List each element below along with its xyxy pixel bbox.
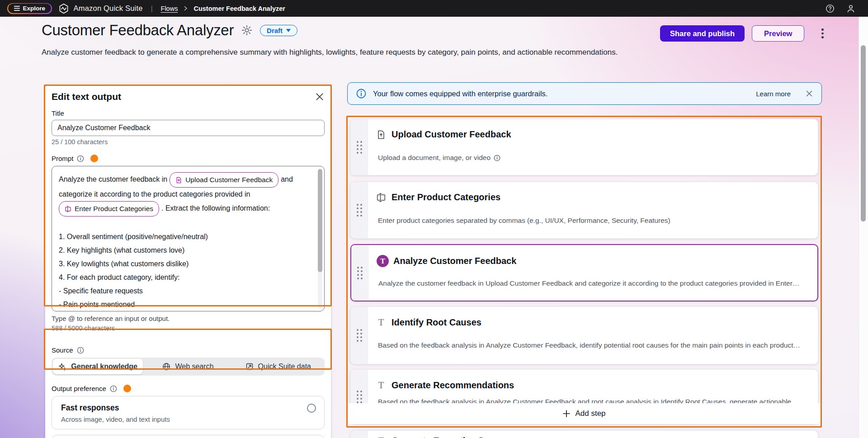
sparkle-icon — [58, 363, 66, 371]
text-step-icon: T — [376, 317, 386, 328]
text-step-icon: T — [376, 435, 386, 438]
page-header: Customer Feedback Analyzer Draft — [42, 22, 297, 39]
prompt-line: categorize it according to the product c… — [59, 188, 311, 201]
upload-file-icon — [376, 130, 386, 140]
step-card-analyze-customer-feedback[interactable]: T Analyze Customer Feedback Analyze the … — [350, 244, 818, 301]
prompt-hint: Type @ to reference an input or output. — [52, 315, 325, 322]
drag-handle-icon[interactable] — [357, 267, 363, 279]
prompt-scrollbar-thumb[interactable] — [318, 169, 322, 272]
step-title: Generate Executive S — [392, 436, 484, 438]
help-icon[interactable] — [826, 4, 835, 13]
step-card-enter-product-categories[interactable]: Enter Product Categories Enter product c… — [350, 182, 818, 239]
status-label: Draft — [267, 27, 283, 34]
globe-icon — [162, 363, 170, 371]
prompt-blank-line — [59, 217, 311, 230]
option-subtitle: Across image, video, and text inputs — [61, 415, 315, 423]
explore-button-inner[interactable]: Explore — [8, 4, 52, 13]
banner-message: Your flow comes equipped with enterprise… — [373, 89, 547, 98]
breadcrumb-flows-link[interactable]: Flows — [161, 5, 178, 12]
card-drag-strip — [351, 431, 368, 438]
prompt-line: 1. Overall sentiment (positive/negative/… — [59, 230, 311, 244]
drag-handle-icon[interactable] — [357, 141, 362, 154]
breadcrumb-current: Customer Feedback Analyzer — [193, 5, 285, 12]
prompt-line: 4. For each product category, identify: — [59, 271, 311, 284]
breadcrumb-separator: | — [151, 5, 153, 12]
step-title: Generate Recommendations — [392, 380, 514, 391]
edit-text-output-panel: Edit text output Title 25 / 100 characte… — [45, 84, 331, 438]
explore-label: Explore — [23, 5, 46, 12]
brand-home-link[interactable]: Amazon Quick Suite — [58, 3, 143, 14]
share-and-publish-button[interactable]: Share and publish — [660, 25, 745, 42]
plus-icon — [562, 410, 571, 418]
drag-handle-icon[interactable] — [357, 329, 362, 342]
flow-description: Analyze customer feedback to generate a … — [42, 48, 670, 57]
topbar-actions — [826, 4, 855, 13]
title-counter: 25 / 100 characters — [52, 138, 325, 146]
text-step-icon: T — [376, 380, 386, 391]
prompt-editor[interactable]: Analyze the customer feedback inUpload C… — [52, 166, 325, 311]
step-title: Upload Customer Feedback — [392, 129, 511, 140]
step-card-upload-customer-feedback[interactable]: Upload Customer Feedback Upload a docume… — [350, 119, 818, 175]
source-segmented-control: General knowledge Web search Quick Suite… — [52, 358, 325, 376]
text-input-icon — [65, 206, 71, 212]
title-input[interactable] — [52, 120, 325, 136]
source-tab-web-search[interactable]: Web search — [143, 359, 233, 374]
reference-chip-upload[interactable]: Upload Customer Feedback — [170, 172, 278, 188]
prompt-line: - Specific feature requests — [59, 284, 311, 298]
user-icon[interactable] — [846, 4, 855, 13]
banner-close-icon[interactable] — [805, 89, 813, 98]
close-icon[interactable] — [315, 92, 325, 102]
step-subtitle: Enter product categories separated by co… — [378, 217, 805, 225]
prompt-line: Analyze the customer feedback inUpload C… — [59, 172, 311, 188]
step-subtitle: Upload a document, image, or video — [378, 154, 805, 162]
info-icon[interactable] — [110, 385, 117, 392]
step-card-identify-root-causes[interactable]: T Identify Root Causes Based on the feed… — [350, 306, 818, 364]
title-field-label: Title — [52, 109, 325, 117]
explore-button[interactable]: Explore — [7, 3, 52, 14]
prompt-line: - Pain points mentioned — [59, 298, 311, 311]
preview-button[interactable]: Preview — [752, 25, 804, 42]
info-icon[interactable] — [77, 155, 84, 162]
header-actions: Share and publish Preview — [660, 25, 826, 42]
brand-name: Amazon Quick Suite — [74, 4, 143, 13]
chevron-right-icon — [183, 6, 188, 11]
upload-file-icon — [175, 177, 182, 184]
drag-handle-icon[interactable] — [357, 204, 362, 217]
reference-chip-categories[interactable]: Enter Product Categories — [59, 201, 159, 217]
source-tab-quick-suite-data[interactable]: Quick Suite data — [233, 359, 323, 374]
guardrails-banner: Your flow comes equipped with enterprise… — [347, 82, 822, 105]
drag-handle-icon[interactable] — [357, 391, 362, 403]
quick-suite-logo-icon — [58, 3, 69, 14]
prompt-line: Enter Product Categories. Extract the fo… — [59, 201, 311, 217]
radio-unselected[interactable] — [307, 404, 316, 413]
breadcrumb: Flows Customer Feedback Analyzer — [161, 5, 285, 12]
info-icon[interactable] — [77, 347, 84, 354]
page-title: Customer Feedback Analyzer — [42, 22, 234, 39]
caret-down-icon — [286, 29, 291, 32]
gear-icon[interactable] — [241, 24, 253, 36]
add-step-button[interactable]: Add step — [348, 403, 821, 424]
output-option-versatility[interactable]: Versatility and performance — [52, 435, 325, 438]
output-option-fast-responses[interactable]: Fast responses Across image, video, and … — [52, 396, 325, 429]
step-card-generate-executive-summary[interactable]: T Generate Executive S — [350, 430, 818, 438]
step-title: Analyze Customer Feedback — [393, 256, 516, 266]
prompt-counter: 588 / 5000 characters — [52, 325, 325, 332]
prompt-line: 2. Key highlights (what customers love) — [59, 244, 311, 257]
info-icon[interactable] — [494, 155, 500, 161]
top-bar: Explore Amazon Quick Suite | Flows Custo… — [0, 0, 868, 17]
kebab-menu-icon[interactable] — [820, 27, 826, 40]
quick-suite-data-icon — [245, 363, 254, 371]
page-scrollbar-thumb[interactable] — [861, 45, 866, 221]
option-title: Fast responses — [61, 403, 315, 413]
source-tab-general-knowledge[interactable]: General knowledge — [53, 359, 143, 374]
learn-more-link[interactable]: Learn more — [756, 90, 791, 98]
panel-title: Edit text output — [52, 91, 121, 102]
output-preference-label: Output preference — [52, 385, 325, 392]
status-badge-draft[interactable]: Draft — [260, 25, 297, 36]
text-input-icon — [376, 193, 386, 203]
step-subtitle: Based on the feedback analysis in Analyz… — [378, 341, 805, 349]
annotation-dot — [123, 385, 131, 392]
add-step-label: Add step — [575, 409, 605, 418]
info-icon — [356, 88, 367, 99]
text-step-badge-icon: T — [377, 255, 389, 267]
